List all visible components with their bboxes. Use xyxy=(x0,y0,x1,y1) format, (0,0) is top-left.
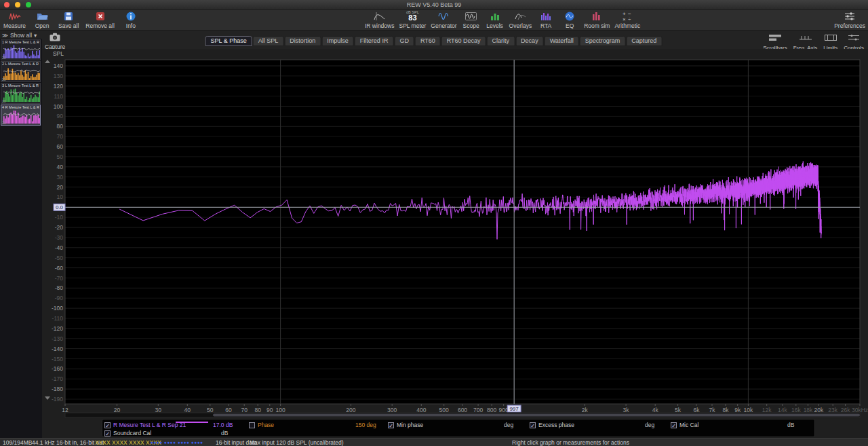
legend-label: Mic Cal xyxy=(679,422,698,428)
capture-button[interactable]: Capture xyxy=(45,33,65,50)
tab-spectrogram[interactable]: Spectrogram xyxy=(580,36,626,46)
camera-icon xyxy=(50,33,60,43)
y-tick-label: -190 xyxy=(52,396,63,403)
legend-value: 150 deg xyxy=(355,422,376,428)
preferences-button[interactable]: Preferences xyxy=(834,11,865,29)
y-tick-label: 10 xyxy=(57,193,64,200)
checkbox-icon[interactable]: ✓ xyxy=(388,422,394,428)
limits-button[interactable]: Limits xyxy=(823,32,837,51)
tab-spl-phase[interactable]: SPL & Phase xyxy=(205,36,252,46)
close-window-button[interactable] xyxy=(4,2,9,7)
tab-clarity[interactable]: Clarity xyxy=(487,36,515,46)
legend-checkbox-phase[interactable]: Phase xyxy=(249,422,274,428)
show-all-dropdown[interactable]: ≫ Show all ▾ xyxy=(2,32,37,39)
scope-button[interactable]: Scope xyxy=(462,11,481,29)
toolbar-label: Open xyxy=(35,22,50,29)
toolbar-right-group: Preferences xyxy=(834,11,865,29)
tab-waterfall[interactable]: Waterfall xyxy=(545,36,579,46)
measurement-item-2[interactable]: 2 L Mesure Test L & R20 xyxy=(1,61,41,82)
eq-icon xyxy=(564,11,575,22)
x-scrollbar-thumb[interactable] xyxy=(213,414,860,417)
measurement-item-4[interactable]: 4 R Mesure Test L & R20 xyxy=(1,105,41,126)
arithmetic-button[interactable]: +−×÷Arithmetic xyxy=(614,11,640,29)
status-hint: Right click graph or measurements for ac… xyxy=(512,439,629,446)
save-all-button[interactable]: Save all xyxy=(58,11,79,29)
freq-axis-button[interactable]: Freq. Axis xyxy=(793,32,818,51)
y-tick-label: -30 xyxy=(55,234,64,241)
tab-captured[interactable]: Captured xyxy=(626,36,662,46)
legend-checkbox-r-mesure-test-l-r-sep-21[interactable]: ✓R Mesure Test L & R Sep 21 xyxy=(104,422,186,428)
tab-impulse[interactable]: Impulse xyxy=(321,36,354,46)
measure-button[interactable]: Measure xyxy=(3,11,26,29)
spl-meter-readout: dB SPL83 xyxy=(406,11,419,22)
toolbar-label: Levels xyxy=(486,22,503,29)
legend-value: deg xyxy=(645,422,654,428)
rta-button[interactable]: RTA xyxy=(536,11,555,29)
plot-background[interactable] xyxy=(65,60,860,404)
scrollbars-button[interactable]: Scrollbars xyxy=(763,32,787,51)
remove-all-button[interactable]: Remove all xyxy=(85,11,115,29)
y-tick-label: -180 xyxy=(52,386,63,392)
y-tick-label: 100 xyxy=(54,103,63,110)
checkbox-icon[interactable]: ✓ xyxy=(671,422,677,428)
spl-meter-button[interactable]: dB SPL83SPL meter xyxy=(399,11,426,29)
y-tick-label: -120 xyxy=(52,325,63,332)
generator-button[interactable]: Generator xyxy=(431,11,456,29)
spl-graph-panel: 1401301201101009080706050403020100-10-20… xyxy=(42,49,868,419)
tab-filtered-ir[interactable]: Filtered IR xyxy=(355,36,394,46)
y-tick-label: -20 xyxy=(55,224,64,231)
toolbar-label: IR windows xyxy=(365,22,394,29)
checkbox-icon[interactable]: ✓ xyxy=(104,430,111,436)
checkbox-icon[interactable]: ✓ xyxy=(530,422,536,428)
scroll-up-arrow[interactable] xyxy=(45,60,50,63)
status-memory: 109/194MB xyxy=(3,439,32,446)
info-button[interactable]: Info xyxy=(121,11,140,29)
tab-gd[interactable]: GD xyxy=(394,36,414,46)
ir-windows-button[interactable]: IR windows xyxy=(365,11,394,29)
checkbox-icon[interactable] xyxy=(249,422,255,428)
minimize-window-button[interactable] xyxy=(15,2,20,7)
tab-decay[interactable]: Decay xyxy=(515,36,544,46)
tab-rt60[interactable]: RT60 xyxy=(415,36,441,46)
overlays-button[interactable]: Overlays xyxy=(509,11,532,29)
y-tick-label: -130 xyxy=(52,335,63,342)
measurement-label: 2 L Mesure Test L & R xyxy=(2,62,39,66)
toolbar-left-group: MeasureOpenSave allRemove allInfo xyxy=(3,11,140,29)
main-toolbar: MeasureOpenSave allRemove allInfo IR win… xyxy=(0,10,868,31)
open-button[interactable]: Open xyxy=(33,11,52,29)
save-icon xyxy=(63,11,74,22)
toolbar-label: SPL meter xyxy=(399,22,426,29)
legend-checkbox-soundcard-cal[interactable]: ✓Soundcard Cal xyxy=(104,430,151,436)
tab-distortion[interactable]: Distortion xyxy=(284,36,321,46)
status-sample-rate: 44.1 kHz 16-bit in, 16-bit out xyxy=(32,439,104,446)
y-tick-label: 110 xyxy=(54,93,63,100)
levels-button[interactable]: Levels xyxy=(486,11,505,29)
scrollbars-icon xyxy=(768,32,782,44)
remove-icon xyxy=(95,11,106,22)
legend-checkbox-excess-phase[interactable]: ✓Excess phase xyxy=(530,422,574,428)
measurement-item-1[interactable]: 1 R Mesure Test L & R20 xyxy=(1,39,41,60)
legend-label: Phase xyxy=(258,422,274,428)
room-sim-button[interactable]: Room sim xyxy=(584,11,610,29)
checkbox-icon[interactable]: ✓ xyxy=(104,422,111,428)
legend-checkbox-mic-cal[interactable]: ✓Mic Cal xyxy=(671,422,698,428)
tab-all-spl[interactable]: All SPL xyxy=(253,36,284,46)
toolbar-label: Remove all xyxy=(85,22,115,29)
measurement-thumbnail xyxy=(2,45,40,59)
measurement-item-3[interactable]: 3 L Mesure Test L & R20 xyxy=(1,83,41,104)
toolbar-label: Save all xyxy=(58,22,79,29)
legend-value: deg xyxy=(504,422,513,428)
status-max-input: Max input 120 dB SPL (uncalibrated) xyxy=(250,439,344,446)
tab-rt60-decay[interactable]: RT60 Decay xyxy=(441,36,486,46)
spl-chart[interactable]: 1401301201101009080706050403020100-10-20… xyxy=(42,49,868,419)
status-bar: 109/194MB44.1 kHz 16-bit in, 16-bit outX… xyxy=(0,438,868,446)
controls-button[interactable]: Controls xyxy=(844,32,864,51)
toolbar-label: Generator xyxy=(431,22,456,29)
scroll-down-arrow[interactable] xyxy=(45,396,50,400)
status-input-bits: ●●●● ●●●● ●●●● ●●●● xyxy=(151,440,203,445)
measurement-label: 3 L Mesure Test L & R xyxy=(2,83,39,88)
zoom-window-button[interactable] xyxy=(26,2,31,7)
measurement-label: 1 R Mesure Test L & R xyxy=(2,40,39,44)
eq-button[interactable]: EQ xyxy=(560,11,579,29)
legend-checkbox-min-phase[interactable]: ✓Min phase xyxy=(388,422,423,428)
